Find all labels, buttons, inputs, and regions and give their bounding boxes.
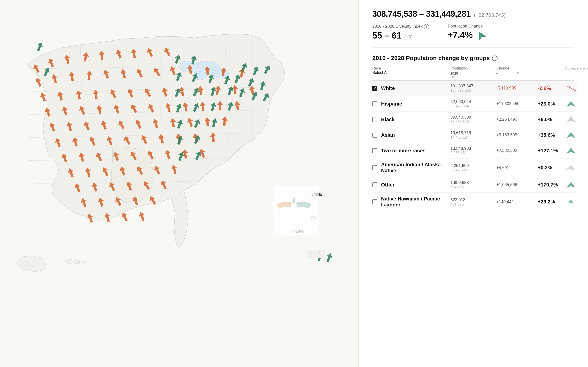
change-pct-cell: +179.7% — [538, 182, 565, 188]
pop-2020: 19,618,719 — [450, 131, 496, 135]
change-num-cell: +7,582,502 — [496, 148, 538, 153]
change-pct-cell: +6.0% — [538, 117, 565, 123]
pop-2020: 2,251,699 — [450, 163, 496, 168]
svg-marker-167 — [566, 117, 576, 123]
race-checkbox[interactable] — [372, 165, 377, 170]
table-row[interactable]: American Indian / Alaska Native 2,251,69… — [372, 158, 574, 177]
hawaii-inset — [65, 259, 86, 264]
pop-change-arrow-icon — [476, 31, 485, 40]
svg-marker-168 — [566, 132, 576, 138]
race-label: Hispanic — [381, 101, 402, 107]
table-row[interactable]: Hispanic 62,080,044 50,477,594 +11,602,4… — [372, 96, 574, 112]
svg-line-165 — [569, 86, 576, 91]
diversity-value-row: 55 – 61 (+6) — [372, 31, 429, 41]
pop-2010: 37,685,848 — [450, 120, 496, 124]
table-row[interactable]: Other 1,689,833 604,265 +1,085,568 +179.… — [372, 177, 574, 193]
compare-arrow-icon — [565, 100, 577, 107]
table-section: 2010 - 2020 Population change by groups … — [372, 55, 574, 211]
change-num-cell: +1,085,568 — [496, 182, 538, 187]
compare-cell — [565, 116, 588, 123]
pop-change-inline: (+22,703,743) — [474, 12, 506, 18]
select-all-link[interactable]: Select All — [372, 70, 389, 75]
pop-2010: 2,247,098 — [450, 168, 496, 172]
pop-change-value: +7.4% — [448, 30, 473, 40]
pop-2020: 39,940,338 — [450, 115, 496, 120]
race-name-cell: American Indian / Alaska Native — [372, 162, 450, 174]
race-label: Asian — [381, 132, 395, 138]
race-name-cell: Hispanic — [372, 101, 450, 107]
race-name-cell: Black — [372, 117, 450, 123]
change-pct-cell: +127.1% — [538, 148, 565, 154]
svg-marker-166 — [566, 101, 576, 107]
svg-marker-117 — [138, 211, 146, 222]
compare-cell — [565, 100, 588, 107]
right-panel: 308,745,538 – 331,449,281 (+22,703,743) … — [358, 0, 588, 367]
table-row[interactable]: White 191,697,647 196,817,552 -5,119,905… — [370, 81, 577, 96]
compare-arrow-icon — [565, 164, 577, 171]
change-num-cell: -5,119,905 — [496, 86, 538, 91]
compare-arrow-icon — [565, 85, 577, 92]
col-pct-label: % — [517, 71, 519, 75]
race-checkbox[interactable] — [372, 133, 377, 138]
change-pct-cell: +0.2% — [538, 165, 565, 171]
pop-2020: 13,548,983 — [450, 146, 496, 151]
pop-2010: 5,966,481 — [450, 151, 496, 155]
change-num-cell: +2,254,490 — [496, 117, 538, 122]
change-pct-cell: +23.0% — [538, 101, 565, 107]
race-checkbox[interactable] — [372, 182, 377, 187]
svg-point-161 — [82, 261, 86, 264]
section-title-row: 2010 - 2020 Population change by groups … — [372, 55, 574, 62]
race-name-cell: Native Hawaiian / Pacific Islander — [372, 196, 450, 208]
race-label: Two or more races — [381, 148, 426, 154]
svg-marker-169 — [566, 148, 576, 154]
metrics-row: 2010 - 2020 Diversity Index i 55 – 61 (+… — [372, 24, 574, 41]
table-rows: White 191,697,647 196,817,552 -5,119,905… — [372, 81, 574, 211]
col-change-header: Change # % Compare to all races — [496, 66, 588, 79]
svg-marker-172 — [568, 200, 574, 204]
compare-cell — [565, 132, 588, 139]
svg-marker-151 — [35, 41, 44, 52]
pop-2020: 191,697,647 — [450, 84, 496, 89]
pop-cell: 622,018 481,576 — [450, 198, 496, 206]
diversity-range: 55 – 61 — [372, 31, 401, 40]
race-name-cell: Asian — [372, 132, 450, 138]
table-row[interactable]: Two or more races 13,548,983 5,966,481 +… — [372, 143, 574, 158]
race-checkbox[interactable] — [372, 101, 377, 106]
pop-range: 308,745,538 – 331,449,281 — [372, 9, 471, 19]
compare-cell — [565, 164, 588, 171]
table-row[interactable]: Asian 19,618,719 14,465,124 +5,153,595 +… — [372, 127, 574, 143]
race-name-cell: Two or more races — [372, 148, 450, 154]
race-checkbox[interactable] — [372, 148, 377, 153]
svg-rect-156 — [273, 186, 319, 236]
race-checkbox[interactable] — [372, 199, 377, 204]
diversity-info-icon[interactable]: i — [424, 24, 429, 29]
pop-2020: 1,689,833 — [450, 180, 496, 185]
change-pct-cell: -2.6% — [538, 85, 565, 91]
table-row[interactable]: Black 39,940,338 37,685,848 +2,254,490 +… — [372, 112, 574, 127]
pop-2010: 50,477,594 — [450, 104, 496, 108]
race-label: Native Hawaiian / Pacific Islander — [381, 196, 450, 208]
svg-marker-162 — [476, 31, 485, 40]
svg-point-17 — [212, 69, 229, 78]
compare-cell — [565, 198, 588, 205]
pop-change-label: Population Change — [448, 24, 485, 29]
pop-2010: 196,817,552 — [450, 89, 496, 93]
col-2020-label: 2020 — [450, 71, 496, 75]
table-info-icon[interactable]: i — [492, 56, 498, 61]
change-num-cell: +140,442 — [496, 200, 538, 204]
pop-2020: 62,080,044 — [450, 99, 496, 104]
compare-cell — [565, 181, 588, 188]
race-checkbox[interactable] — [372, 117, 377, 122]
race-label: American Indian / Alaska Native — [381, 162, 450, 174]
race-label: Black — [381, 117, 395, 123]
pop-cell: 1,689,833 604,265 — [450, 180, 496, 189]
pop-change-block: Population Change +7.4% — [448, 24, 485, 40]
diversity-label: 2010 - 2020 Diversity Index i — [372, 24, 429, 29]
svg-point-160 — [74, 260, 80, 264]
compare-cell — [565, 147, 588, 154]
table-row[interactable]: Native Hawaiian / Pacific Islander 622,0… — [372, 193, 574, 211]
svg-marker-170 — [566, 164, 576, 171]
alaska-inset — [16, 256, 46, 272]
race-checkbox[interactable] — [372, 86, 377, 91]
change-pct-cell: +29.2% — [538, 199, 565, 205]
